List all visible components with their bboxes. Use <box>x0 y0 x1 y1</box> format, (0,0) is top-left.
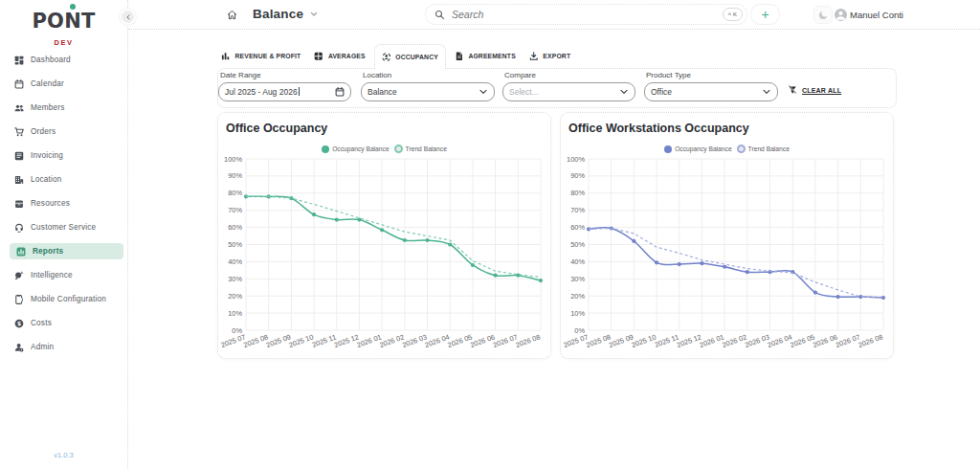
filter-off-icon <box>788 85 797 95</box>
intelligence-icon <box>13 270 24 280</box>
filter-select-control[interactable]: Select... <box>502 82 635 101</box>
dark-mode-toggle[interactable] <box>813 6 833 24</box>
shortcut-badge: ^K <box>723 8 743 21</box>
y-axis-tick-label: 30% <box>570 275 585 283</box>
filter-select-control[interactable]: Office <box>644 82 778 101</box>
sidebar-item-costs[interactable]: $Costs <box>0 311 127 335</box>
page-title: Balance <box>253 7 303 21</box>
avatar[interactable] <box>835 9 847 21</box>
sidebar-item-resources[interactable]: Resources <box>0 191 127 215</box>
tab-bar: REVENUE & PROFITAVERAGESOCCUPANCYAGREEME… <box>214 44 577 68</box>
logo-dot <box>70 4 76 10</box>
add-button[interactable]: + <box>750 4 780 25</box>
data-point-marker[interactable] <box>448 242 452 246</box>
sidebar-item-mobile-configuration[interactable]: Mobile Configuration <box>0 287 127 311</box>
sidebar-item-label: Mobile Configuration <box>31 295 106 303</box>
x-axis-tick-label: 2026 08 <box>857 332 883 349</box>
tab-export[interactable]: EXPORT <box>523 44 577 68</box>
sidebar-item-intelligence[interactable]: Intelligence <box>0 263 127 287</box>
data-point-marker[interactable] <box>655 260 658 264</box>
filter-field-location: LocationBalance <box>361 71 495 101</box>
grid-icon <box>314 52 323 61</box>
filter-select-control[interactable]: Balance <box>361 82 495 101</box>
search-input[interactable] <box>445 9 723 20</box>
data-point-marker[interactable] <box>425 238 429 242</box>
tab-agreements[interactable]: AGREEMENTS <box>448 44 523 68</box>
data-point-marker[interactable] <box>380 228 384 232</box>
y-axis-tick-label: 70% <box>228 206 242 214</box>
search-box[interactable]: ^K <box>425 4 747 25</box>
sidebar-item-label: Calendar <box>31 79 64 88</box>
sidebar-item-label: Admin <box>31 343 54 351</box>
location-icon <box>13 174 24 185</box>
sidebar-item-admin[interactable]: Admin <box>0 335 127 359</box>
filter-value: Office <box>651 87 672 97</box>
sidebar-item-members[interactable]: Members <box>0 96 127 120</box>
filter-field-product-type: Product TypeOffice <box>644 71 778 101</box>
sidebar-item-customer-service[interactable]: Customer Service <box>0 215 127 239</box>
sidebar: PONT DEV DashboardCalendarMembersOrdersI… <box>0 0 128 469</box>
data-point-marker[interactable] <box>632 239 635 243</box>
tab-label: EXPORT <box>543 53 570 59</box>
tab-revenue-profit[interactable]: REVENUE & PROFIT <box>214 44 307 68</box>
y-axis-tick-label: 70% <box>570 206 585 214</box>
data-point-marker[interactable] <box>471 263 475 267</box>
calendar-icon <box>335 87 345 97</box>
y-axis-tick-label: 20% <box>570 292 585 301</box>
data-point-marker[interactable] <box>403 238 407 242</box>
data-point-marker[interactable] <box>700 261 703 265</box>
filter-label: Date Range <box>220 71 351 79</box>
customer-service-icon <box>13 222 24 233</box>
title-chevron-icon[interactable] <box>310 11 318 17</box>
data-point-marker[interactable] <box>836 295 840 299</box>
sidebar-item-location[interactable]: Location <box>0 168 127 191</box>
data-point-marker[interactable] <box>813 291 817 295</box>
shortcut-key-letter: K <box>733 11 737 17</box>
members-icon <box>13 102 24 113</box>
chevron-down-icon <box>619 87 629 97</box>
topbar: Balance ^K + Manuel Conti <box>128 0 980 30</box>
clear-all-button[interactable]: CLEAR ALL <box>788 85 841 95</box>
tab-label: AGREEMENTS <box>468 53 515 59</box>
data-point-marker[interactable] <box>746 270 749 274</box>
data-point-marker[interactable] <box>335 217 339 221</box>
y-axis-tick-label: 100% <box>224 155 242 164</box>
sidebar-item-orders[interactable]: Orders <box>0 120 127 144</box>
y-axis-tick-label: 80% <box>570 189 585 197</box>
sidebar-item-label: Location <box>31 175 62 184</box>
mobile-configuration-icon <box>13 294 24 304</box>
svg-text:$: $ <box>16 320 20 326</box>
admin-icon <box>13 342 24 352</box>
sidebar-item-invoicing[interactable]: Invoicing <box>0 144 127 168</box>
y-axis-tick-label: 90% <box>570 171 585 180</box>
calendar-icon <box>13 78 24 89</box>
bar-chart-icon <box>221 52 231 61</box>
chart-card-office-occupancy: Office OccupancyOccupancy BalanceTrend B… <box>217 112 551 359</box>
data-point-marker[interactable] <box>494 274 498 278</box>
sidebar-item-label: Customer Service <box>31 223 96 232</box>
moon-icon <box>818 10 829 20</box>
sidebar-item-reports[interactable]: Reports <box>10 243 123 259</box>
sidebar-item-label: Orders <box>31 127 56 136</box>
tab-label: OCCUPANCY <box>395 54 438 60</box>
data-point-marker[interactable] <box>312 212 316 216</box>
y-axis-tick-label: 10% <box>570 309 585 318</box>
y-axis-tick-label: 60% <box>570 223 585 232</box>
chevron-down-icon <box>479 87 488 97</box>
trend-line <box>246 196 541 277</box>
sidebar-item-dashboard[interactable]: Dashboard <box>0 48 127 72</box>
tab-averages[interactable]: AVERAGES <box>307 44 371 68</box>
data-point-marker[interactable] <box>723 265 726 269</box>
home-icon[interactable] <box>227 10 237 20</box>
sidebar-item-calendar[interactable]: Calendar <box>0 72 127 96</box>
download-icon <box>529 52 539 61</box>
filter-label: Compare <box>504 71 635 79</box>
filter-date-control[interactable]: Jul 2025 - Aug 2026 <box>218 82 351 101</box>
data-point-marker[interactable] <box>678 262 681 266</box>
data-point-marker[interactable] <box>357 217 361 221</box>
tab-occupancy[interactable]: OCCUPANCY <box>374 44 446 69</box>
data-point-marker[interactable] <box>539 279 543 282</box>
app-version: v1.0.3 <box>0 451 127 459</box>
sidebar-collapse-button[interactable] <box>120 9 136 25</box>
user-name[interactable]: Manuel Conti <box>850 10 903 20</box>
